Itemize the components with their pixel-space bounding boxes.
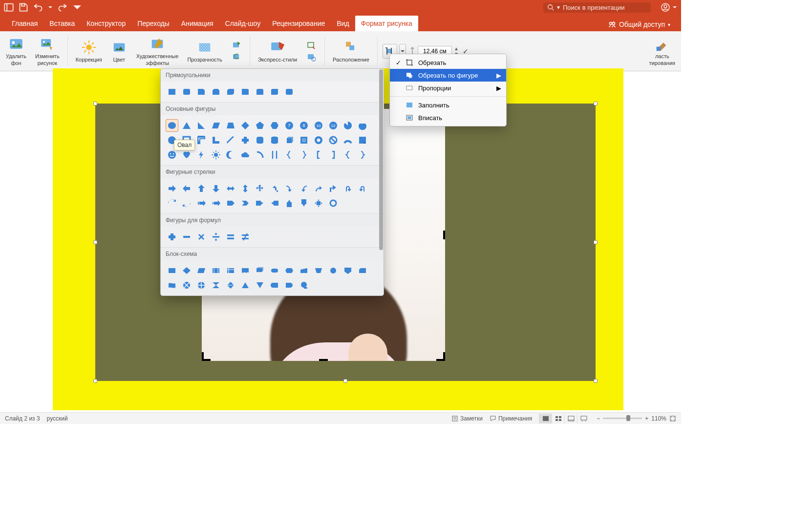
- shape-merge[interactable]: [254, 279, 266, 292]
- reset-picture-button[interactable]: [230, 52, 243, 63]
- menu-item-crop[interactable]: ✓ Обрезать: [390, 56, 506, 69]
- fit-to-window-icon[interactable]: [669, 415, 676, 422]
- view-sorter[interactable]: [552, 414, 564, 423]
- position-button[interactable]: Расположение: [330, 31, 372, 71]
- shape-offpage[interactable]: [342, 264, 354, 277]
- shape-regular10[interactable]: 10: [312, 119, 325, 132]
- shape-uturn-l[interactable]: [342, 182, 354, 195]
- shape-regular12[interactable]: 12: [327, 119, 340, 132]
- shape-sort[interactable]: [224, 279, 237, 292]
- shape-connector[interactable]: [327, 264, 340, 277]
- shape-manual-op[interactable]: [312, 264, 325, 277]
- crop-handle-br[interactable]: [431, 347, 445, 361]
- tab-insert[interactable]: Вставка: [43, 16, 81, 31]
- shape-left-brace[interactable]: [283, 148, 296, 161]
- shape-round-same[interactable]: [283, 85, 296, 98]
- shape-rounded[interactable]: [180, 85, 193, 98]
- comments-button[interactable]: Примечания: [490, 415, 532, 422]
- shape-dbl-bracket[interactable]: [268, 148, 281, 161]
- shape-callout-r[interactable]: [254, 197, 266, 210]
- shape-round-diag[interactable]: [268, 85, 281, 98]
- crop-handle-bl[interactable]: [202, 347, 215, 361]
- shape-moon[interactable]: [224, 148, 237, 161]
- shape-stored[interactable]: [268, 279, 281, 292]
- shape-equals[interactable]: [224, 231, 237, 243]
- selection-handle[interactable]: [594, 102, 598, 105]
- change-picture-button[interactable]: Изменить рисунок: [32, 31, 63, 71]
- shape-lightning[interactable]: [195, 148, 208, 161]
- shape-predef[interactable]: [210, 264, 222, 277]
- shape-quad[interactable]: [254, 182, 266, 195]
- shape-pie[interactable]: [342, 119, 354, 132]
- shape-donut[interactable]: [312, 134, 325, 147]
- shape-multiply[interactable]: [195, 231, 208, 243]
- view-slideshow[interactable]: [577, 414, 590, 423]
- selection-handle[interactable]: [594, 379, 598, 383]
- shape-snip2[interactable]: [210, 85, 222, 98]
- view-reading[interactable]: [564, 414, 577, 423]
- shape-snip1[interactable]: [195, 85, 208, 98]
- undo-icon[interactable]: [33, 2, 43, 12]
- shape-rect[interactable]: [166, 85, 178, 98]
- shape-seq-access[interactable]: [298, 279, 310, 292]
- shape-up[interactable]: [195, 182, 208, 195]
- slide-indicator[interactable]: Слайд 2 из 3: [5, 415, 40, 422]
- shape-trapezoid[interactable]: [224, 119, 237, 132]
- zoom-out-button[interactable]: −: [597, 415, 600, 422]
- shape-divide[interactable]: [210, 231, 222, 243]
- shape-down[interactable]: [210, 182, 222, 195]
- shape-arc2[interactable]: [254, 148, 266, 161]
- share-button[interactable]: Общий доступ ▾: [603, 18, 675, 31]
- transparency-button[interactable]: Прозрачность: [184, 31, 225, 71]
- shape-card[interactable]: [356, 264, 369, 277]
- shape-pentagon[interactable]: [254, 119, 266, 132]
- tab-view[interactable]: Вид: [331, 16, 355, 31]
- shape-snip-diag[interactable]: [224, 85, 237, 98]
- shape-round1[interactable]: [239, 85, 252, 98]
- shape-data[interactable]: [195, 264, 208, 277]
- shape-notequal[interactable]: [239, 231, 252, 243]
- scrollbar-thumb[interactable]: [379, 69, 383, 250]
- tab-review[interactable]: Рецензирование: [266, 16, 331, 31]
- shape-decision[interactable]: [180, 264, 193, 277]
- menu-item-fill[interactable]: Заполнить: [390, 99, 506, 111]
- menu-item-crop-to-shape[interactable]: Обрезать по фигуре ▶: [390, 69, 506, 82]
- shape-callout-d[interactable]: [298, 197, 310, 210]
- shape-brace-l[interactable]: [342, 148, 354, 161]
- shape-curved-d[interactable]: [327, 182, 340, 195]
- tab-home[interactable]: Главная: [6, 16, 43, 31]
- shape-collate[interactable]: [210, 279, 222, 292]
- shape-parallelogram[interactable]: [210, 119, 222, 132]
- shape-cube[interactable]: [283, 134, 296, 147]
- shape-summing[interactable]: [180, 279, 193, 292]
- shape-round2[interactable]: [254, 85, 266, 98]
- shape-or[interactable]: [195, 279, 208, 292]
- shape-extract[interactable]: [239, 279, 252, 292]
- artistic-effects-button[interactable]: Художественные эффекты: [133, 31, 182, 71]
- scrollbar[interactable]: [379, 69, 383, 295]
- sidebar-toggle-icon[interactable]: [4, 2, 14, 12]
- express-styles-button[interactable]: Экспресс-стили: [255, 31, 300, 71]
- shape-curved-r[interactable]: [283, 182, 296, 195]
- menu-item-proportions[interactable]: Пропорции ▶: [390, 82, 506, 94]
- language-indicator[interactable]: русский: [47, 415, 68, 422]
- shape-arc[interactable]: [342, 134, 354, 147]
- shape-can[interactable]: [268, 134, 281, 147]
- search-box[interactable]: ▾ Поиск в презентации: [543, 2, 651, 13]
- shape-folded[interactable]: [356, 134, 369, 147]
- shape-updown[interactable]: [239, 182, 252, 195]
- crop-handle-bottom[interactable]: [317, 347, 330, 361]
- shape-plus[interactable]: [166, 231, 178, 243]
- shape-regular8[interactable]: 8: [298, 119, 310, 132]
- tab-picture-format[interactable]: Формат рисунка: [355, 16, 418, 31]
- shape-right[interactable]: [166, 182, 178, 195]
- remove-background-button[interactable]: Удалить фон: [3, 31, 29, 71]
- shape-callout-u[interactable]: [283, 197, 296, 210]
- shape-callout-l[interactable]: [268, 197, 281, 210]
- shape-manual-in[interactable]: [298, 264, 310, 277]
- zoom-in-button[interactable]: +: [645, 415, 648, 422]
- color-button[interactable]: Цвет: [108, 31, 130, 71]
- shape-pentagon-a[interactable]: [224, 197, 237, 210]
- shape-no-symbol[interactable]: [327, 134, 340, 147]
- shape-cloud[interactable]: [239, 148, 252, 161]
